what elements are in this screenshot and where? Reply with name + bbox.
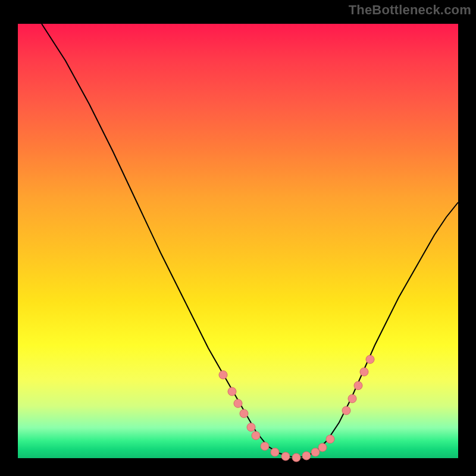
data-marker <box>240 409 248 418</box>
data-marker <box>354 381 362 390</box>
data-marker <box>360 368 368 376</box>
data-marker <box>228 387 236 396</box>
watermark-text: TheBottleneck.com <box>349 2 471 18</box>
data-marker <box>318 443 327 452</box>
bottleneck-curve-chart <box>18 24 458 458</box>
data-marker <box>326 435 334 443</box>
data-marker <box>366 355 374 364</box>
data-marker <box>252 431 260 440</box>
data-marker <box>261 442 269 450</box>
data-marker <box>302 452 311 460</box>
data-marker <box>281 452 290 461</box>
data-marker <box>342 406 350 415</box>
data-marker <box>234 399 242 408</box>
bottleneck-curve <box>42 24 458 457</box>
data-marker <box>311 448 320 456</box>
data-marker <box>247 423 255 431</box>
data-marker <box>271 448 279 456</box>
data-marker <box>292 453 300 462</box>
chart-plot-area <box>12 18 464 464</box>
data-marker <box>219 371 227 379</box>
data-marker <box>348 394 356 403</box>
